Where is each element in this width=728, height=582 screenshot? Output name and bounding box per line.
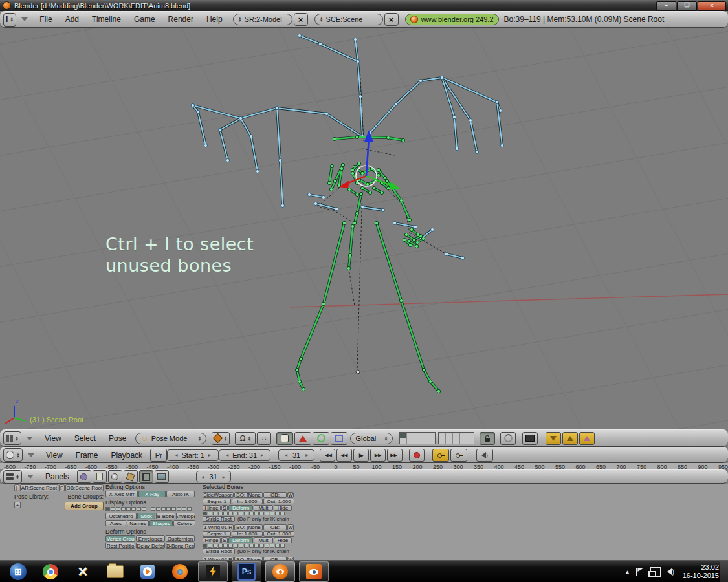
maximize-button[interactable]: ❐ — [677, 1, 697, 11]
bone-layer-cell[interactable] — [239, 544, 243, 548]
object-datablock-field[interactable]: OB:Scene Root — [65, 484, 104, 491]
bone-in-field[interactable]: In: 1.000 — [232, 499, 263, 504]
toggle-vertex-grou[interactable]: Vertex Grou — [105, 535, 135, 542]
mode-dropdown[interactable]: ☺ Pose Mode ▲▼ — [135, 433, 206, 444]
layer-cell[interactable] — [400, 433, 406, 438]
pivot-align-toggle[interactable]: ∷ — [257, 432, 271, 445]
layer-cell[interactable] — [171, 507, 176, 511]
current-frame-field[interactable]: ◂ 31 ▸ — [278, 449, 314, 461]
start-button[interactable]: ⊞ — [4, 562, 32, 581]
layer-buttons-group1[interactable] — [399, 432, 436, 444]
scene-selector[interactable]: ▲▼ SCE:Scene — [314, 14, 383, 25]
tray-expand-arrow[interactable]: ▲ — [624, 568, 630, 576]
layer-cell[interactable] — [177, 507, 181, 511]
layer-cell[interactable] — [453, 438, 459, 444]
bone-layer-cell[interactable] — [280, 544, 285, 548]
bone-layer-cell[interactable] — [259, 512, 264, 515]
bone-bo-field[interactable]: BO: [None — [234, 524, 263, 530]
bone-layer-cell[interactable] — [265, 544, 269, 548]
toggle-b-bone[interactable]: B-Bone — [156, 513, 175, 519]
stepper-right-icon[interactable]: ▸ — [208, 452, 211, 458]
key-button[interactable] — [450, 449, 467, 462]
show-desktop-button[interactable] — [720, 561, 728, 582]
bone-layer-cell[interactable] — [213, 544, 217, 548]
copy-pose-button[interactable] — [546, 432, 561, 445]
bone-toggle-mult[interactable]: Mult — [254, 505, 273, 511]
bone-toggle-s[interactable]: S — [221, 505, 228, 511]
rotate-manipulator-button[interactable] — [313, 432, 329, 445]
network-icon[interactable] — [650, 567, 661, 577]
step-back-button[interactable]: ◀◀ — [336, 449, 352, 462]
toggle-x-axis-mirr[interactable]: X-Axis Mirr — [105, 491, 138, 497]
bone-segm-field[interactable]: Segm: 1 — [203, 499, 231, 504]
autokey-button[interactable] — [432, 449, 449, 462]
bone-toggle-s[interactable]: S — [221, 537, 228, 543]
armature-layers-group1[interactable] — [105, 507, 146, 511]
menu-playback[interactable]: Playback — [104, 451, 149, 460]
stepper-left-icon[interactable]: ◂ — [285, 452, 287, 458]
layer-cell[interactable] — [182, 507, 186, 511]
bone-layer-cell[interactable] — [270, 512, 274, 515]
taskbar-firefox-button[interactable] — [166, 562, 194, 581]
layer-cell[interactable] — [400, 438, 406, 444]
version-field[interactable]: www.blender.org 249.2 — [405, 14, 499, 25]
menu-file[interactable]: File — [33, 15, 58, 24]
layer-cell[interactable] — [407, 438, 414, 444]
menu-select[interactable]: Select — [68, 434, 102, 443]
paste-flipped-pose-button[interactable] — [579, 432, 595, 445]
toggle-octahedro[interactable]: Octahedro — [105, 513, 137, 519]
layer-cell[interactable] — [428, 433, 435, 438]
layer-cell[interactable] — [137, 507, 141, 511]
bone-ob-field[interactable]: OB: — [263, 524, 287, 530]
logic-context-button[interactable] — [77, 470, 91, 483]
toggle-delay-defor[interactable]: Delay Defor — [136, 543, 165, 549]
bone-layer-cell[interactable] — [228, 544, 233, 548]
bone-layer-cell[interactable] — [208, 512, 212, 515]
proportional-edit-button[interactable] — [500, 432, 516, 445]
render-preview-button[interactable] — [522, 432, 538, 445]
menu-game[interactable]: Game — [127, 15, 162, 24]
layer-cell[interactable] — [142, 507, 146, 511]
bone-name-field[interactable]: SideWeapon — [203, 492, 234, 498]
info-editor-selector[interactable]: i ▲▼ — [3, 13, 16, 27]
bone-layer-cell[interactable] — [249, 544, 254, 548]
bone-layer-cell[interactable] — [254, 544, 259, 548]
toggle-rest-positio[interactable]: Rest Positio — [105, 543, 135, 549]
pose-library-add-button[interactable]: + — [14, 502, 21, 508]
layer-cell[interactable] — [126, 507, 131, 511]
toggle-b-bone-res[interactable]: B-Bone Res — [166, 543, 195, 549]
bone-layer-cell[interactable] — [275, 544, 280, 548]
toggle-axes[interactable]: Axes — [105, 520, 126, 526]
bone-layer-cell[interactable] — [234, 512, 238, 515]
toggle-quaternion[interactable]: Quaternion — [166, 535, 195, 542]
screen-selector[interactable]: ▲▼ SR:2-Model — [233, 14, 292, 25]
volume-icon[interactable]: ) — [667, 568, 674, 576]
layer-cell[interactable] — [453, 433, 459, 438]
bone-layer-cell[interactable] — [249, 512, 254, 515]
bone-layer-cell[interactable] — [228, 512, 233, 515]
layer-cell[interactable] — [421, 433, 428, 438]
bone-toggle-hide[interactable]: Hide — [274, 537, 292, 543]
taskbar-media-player-button[interactable] — [133, 562, 162, 581]
stepper-right-icon[interactable]: ▸ — [305, 452, 308, 458]
bone-layer-cell[interactable] — [203, 544, 207, 548]
toggle-auto-ik[interactable]: Auto IK — [166, 491, 195, 497]
bone-layer-cell[interactable] — [218, 512, 223, 515]
menu-help[interactable]: Help — [200, 15, 229, 24]
bone-w-field[interactable]: W — [287, 524, 294, 530]
toggle-stick[interactable]: Stick — [137, 513, 155, 519]
tray-clock[interactable]: 23:02 16-10-2015 — [683, 563, 719, 580]
window-titlebar[interactable]: Blender [d:\Modding\Blender\WORK\EDIT\An… — [0, 0, 728, 11]
menu-render[interactable]: Render — [162, 15, 200, 24]
play-button[interactable]: ▶ — [353, 449, 369, 462]
taskbar-winamp-button[interactable] — [198, 561, 228, 582]
bone-in-field[interactable]: In: 1.000 — [232, 531, 263, 537]
layer-cell[interactable] — [460, 433, 467, 438]
bone-layer-cell[interactable] — [270, 544, 274, 548]
layer-cell[interactable] — [460, 438, 467, 444]
bone-out-field[interactable]: Out: 1.000 — [263, 531, 294, 537]
draw-type-dropdown[interactable]: ▲▼ — [212, 432, 230, 445]
bone-segm-field[interactable]: Segm: 1 — [203, 531, 231, 537]
layer-cell[interactable] — [439, 433, 445, 438]
close-button[interactable]: x — [698, 1, 726, 11]
